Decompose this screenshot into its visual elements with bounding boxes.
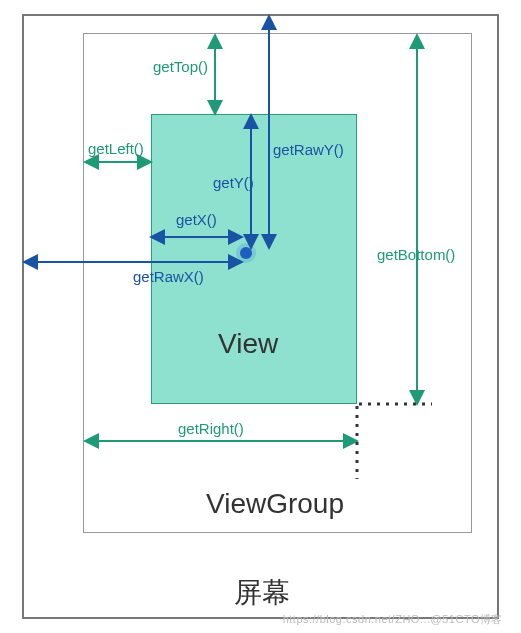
label-getLeft: getLeft() [88, 140, 144, 157]
label-getX: getX() [176, 211, 217, 228]
label-screen: 屏幕 [234, 574, 290, 612]
watermark: https://blog.csdn.net/ZHO...@51CTO博客 [283, 612, 503, 627]
label-getRawY: getRawY() [273, 141, 344, 158]
touch-point [240, 247, 252, 259]
label-getRawX: getRawX() [133, 268, 204, 285]
label-getRight: getRight() [178, 420, 244, 437]
label-getY: getY() [213, 174, 254, 191]
label-getTop: getTop() [153, 58, 208, 75]
label-getBottom: getBottom() [377, 246, 455, 263]
label-viewgroup: ViewGroup [206, 488, 344, 520]
label-view: View [218, 328, 278, 360]
